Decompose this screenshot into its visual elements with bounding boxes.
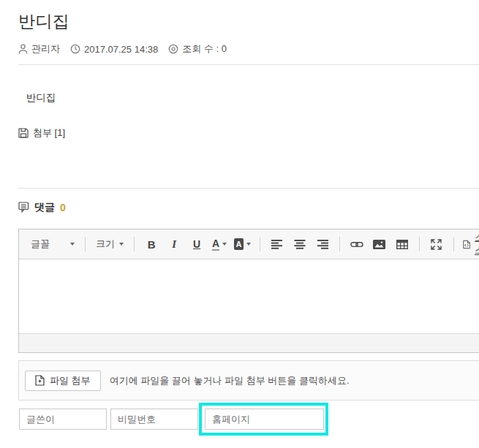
header-divider [18,64,479,65]
chevron-down-icon [246,243,251,246]
font-size-label: 크기 [96,238,115,251]
align-left-button[interactable] [269,235,285,254]
comments-label: 댓글 [34,201,55,214]
align-left-icon [271,240,283,249]
author-input[interactable] [19,409,107,430]
align-right-icon [317,240,328,249]
post-view-page: 반디집 관리자 2017.07.25 14:38 조회 수 : 0 반디집 [0,0,479,448]
attachment-label: 첨부 [1] [33,126,65,140]
user-icon [18,44,28,55]
italic-button[interactable]: I [166,235,182,254]
toolbar-separator [260,237,260,251]
image-icon [373,240,385,249]
password-input[interactable] [110,409,198,430]
highlight-color-icon: A [234,238,243,250]
file-drop-hint: 여기에 파일을 끌어 놓거나 파일 첨부 버튼을 클릭하세요. [110,374,350,387]
editor-toolbar: 글꼴 크기 B I U A A [19,229,479,259]
bold-icon: B [148,238,156,251]
toolbar-separator [85,237,86,251]
underline-button[interactable]: U [189,235,205,254]
table-icon [396,240,408,249]
source-doc-icon [463,239,470,250]
comment-editor: 글꼴 크기 B I U A A [18,229,479,353]
link-button[interactable] [349,235,365,254]
source-button[interactable]: 소스 [463,235,479,254]
chevron-down-icon [119,243,124,246]
comment-count: 0 [60,202,66,213]
maximize-button[interactable] [429,235,445,254]
author-name: 관리자 [31,42,60,56]
author-item[interactable]: 관리자 [18,42,60,56]
file-attach-label: 파일 첨부 [50,374,91,387]
attachment-toggle[interactable]: 첨부 [1] [18,126,65,140]
homepage-input[interactable] [205,409,324,430]
table-button[interactable] [394,235,410,254]
font-size-dropdown[interactable]: 크기 [94,235,125,254]
toolbar-separator [453,237,454,251]
comment-bubble-icon [18,202,29,213]
toolbar-separator [339,237,340,251]
align-center-button[interactable] [292,235,308,254]
image-button[interactable] [371,235,388,254]
toolbar-separator [419,237,420,251]
chevron-down-icon [70,243,75,246]
post-meta: 관리자 2017.07.25 14:38 조회 수 : 0 [18,42,227,56]
maximize-icon [431,239,442,250]
file-drop-zone[interactable]: 파일 첨부 여기에 파일을 끌어 놓거나 파일 첨부 버튼을 클릭하세요. [18,360,479,400]
text-color-button[interactable]: A [211,235,227,254]
bold-button[interactable]: B [143,235,159,254]
disk-icon [18,128,29,138]
file-plus-icon [35,375,45,386]
link-icon [350,240,363,248]
views-item: 조회 수 : 0 [168,42,227,56]
date-item: 2017.07.25 14:38 [70,44,158,55]
italic-icon: I [172,238,176,251]
comment-input-area[interactable] [19,259,479,333]
highlight-color-button[interactable]: A [234,235,250,254]
source-label: 소스 [475,231,479,257]
comments-header: 댓글 0 [18,201,66,214]
file-attach-button[interactable]: 파일 첨부 [25,371,101,391]
page-title: 반디집 [18,10,70,33]
content-divider [18,188,479,189]
chevron-down-icon [222,243,227,246]
views-icon [168,44,178,54]
font-family-label: 글꼴 [31,238,50,251]
editor-resize-bar[interactable] [19,333,479,352]
font-family-dropdown[interactable]: 글꼴 [29,235,76,254]
align-center-icon [294,240,306,249]
post-body-text: 반디집 [26,91,56,105]
view-count: 조회 수 : 0 [182,42,227,56]
post-date: 2017.07.25 14:38 [84,44,158,55]
align-right-button[interactable] [314,235,331,254]
clock-icon [70,44,80,54]
toolbar-separator [134,237,135,251]
underline-icon: U [193,238,200,250]
text-color-icon: A [212,238,219,251]
